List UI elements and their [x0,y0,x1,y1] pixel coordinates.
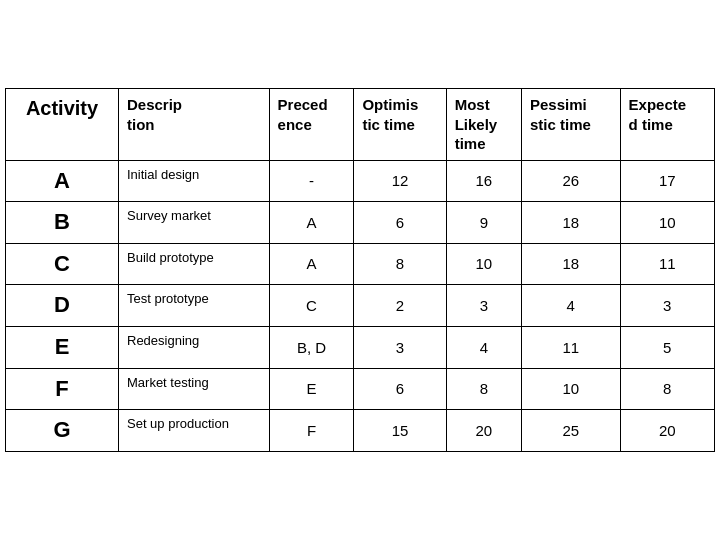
cell-row4-col6: 5 [620,327,714,369]
table-row: FMarket testingE68108 [6,368,715,410]
cell-row5-col6: 8 [620,368,714,410]
cell-row1-col1: Survey market [119,202,270,244]
col-header-pessimistic: Pessimistic time [522,89,621,161]
col-header-optimistic: Optimistic time [354,89,446,161]
cell-row6-col5: 25 [522,410,621,452]
cell-row3-col5: 4 [522,285,621,327]
cell-row4-col3: 3 [354,327,446,369]
cell-row5-col1: Market testing [119,368,270,410]
col-header-description: Description [119,89,270,161]
cell-row0-col6: 17 [620,160,714,202]
cell-row1-col5: 18 [522,202,621,244]
cell-row1-col2: A [269,202,354,244]
cell-row6-col0: G [6,410,119,452]
pert-table: Activity Description Precedence Optimist… [5,88,715,452]
cell-row2-col2: A [269,243,354,285]
cell-row3-col0: D [6,285,119,327]
cell-row1-col0: B [6,202,119,244]
col-header-most-likely: MostLikelytime [446,89,521,161]
col-header-activity: Activity [6,89,119,161]
cell-row5-col5: 10 [522,368,621,410]
cell-row4-col0: E [6,327,119,369]
table-row: CBuild prototypeA8101811 [6,243,715,285]
cell-row1-col3: 6 [354,202,446,244]
table-row: ERedesigningB, D34115 [6,327,715,369]
table-row: DTest prototypeC2343 [6,285,715,327]
col-header-precedence: Precedence [269,89,354,161]
cell-row6-col3: 15 [354,410,446,452]
cell-row3-col1: Test prototype [119,285,270,327]
cell-row4-col5: 11 [522,327,621,369]
cell-row2-col3: 8 [354,243,446,285]
cell-row6-col2: F [269,410,354,452]
cell-row6-col4: 20 [446,410,521,452]
table-row: GSet up productionF15202520 [6,410,715,452]
cell-row2-col5: 18 [522,243,621,285]
cell-row3-col4: 3 [446,285,521,327]
cell-row2-col0: C [6,243,119,285]
cell-row2-col6: 11 [620,243,714,285]
cell-row0-col4: 16 [446,160,521,202]
cell-row0-col1: Initial design [119,160,270,202]
col-header-expected: Expected time [620,89,714,161]
cell-row2-col4: 10 [446,243,521,285]
table-row: BSurvey marketA691810 [6,202,715,244]
cell-row1-col6: 10 [620,202,714,244]
cell-row6-col1: Set up production [119,410,270,452]
cell-row4-col2: B, D [269,327,354,369]
cell-row4-col1: Redesigning [119,327,270,369]
cell-row1-col4: 9 [446,202,521,244]
table-row: AInitial design-12162617 [6,160,715,202]
cell-row5-col3: 6 [354,368,446,410]
cell-row5-col2: E [269,368,354,410]
cell-row0-col5: 26 [522,160,621,202]
cell-row2-col1: Build prototype [119,243,270,285]
cell-row3-col6: 3 [620,285,714,327]
cell-row6-col6: 20 [620,410,714,452]
cell-row5-col4: 8 [446,368,521,410]
cell-row3-col3: 2 [354,285,446,327]
cell-row0-col3: 12 [354,160,446,202]
cell-row3-col2: C [269,285,354,327]
cell-row5-col0: F [6,368,119,410]
cell-row0-col2: - [269,160,354,202]
cell-row0-col0: A [6,160,119,202]
cell-row4-col4: 4 [446,327,521,369]
